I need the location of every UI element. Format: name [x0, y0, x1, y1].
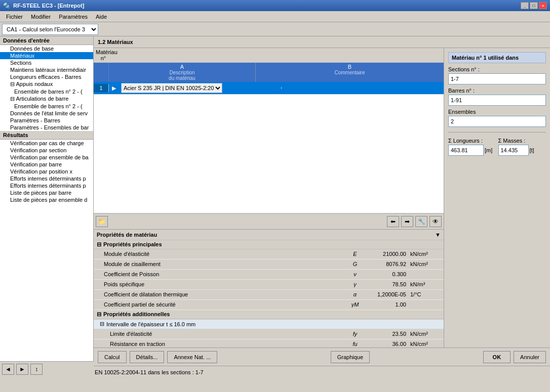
material-select[interactable]: Acier S 235 JR | DIN EN 10025-2:2004-11	[121, 83, 222, 93]
col-b-header: B Commentaire	[256, 63, 444, 82]
menu-bar: Fichier Modifier Paramètres Aide	[0, 11, 550, 22]
content-body: Matériaun° A Description du matériau B	[94, 48, 550, 347]
rp-sections-label: Sections n° :	[448, 66, 546, 84]
nav-back-button[interactable]: ◄	[2, 364, 14, 366]
prop-row-cisaillement: Module de cisaillement G 8076.92 kN/cm²	[94, 259, 444, 270]
graphique-button[interactable]: Graphique	[331, 351, 370, 363]
details-button[interactable]: Détails...	[130, 351, 165, 363]
sidebar-item-longueurs[interactable]: Longueurs efficaces - Barres	[0, 73, 93, 80]
sidebar-item-efforts2[interactable]: Efforts internes déterminants p	[0, 182, 93, 189]
toolbar-row: CA1 - Calcul selon l'Eurocode 3	[0, 22, 550, 36]
sidebar-item-verif-cas[interactable]: Vérification par cas de charge	[0, 140, 93, 147]
ok-button[interactable]: OK	[483, 351, 511, 363]
nav-expand-button[interactable]: ↕	[30, 364, 43, 366]
prop-row-s1-limite: Limite d'élasticité fy 23.50 kN/cm²	[94, 329, 444, 339]
mat-settings-button[interactable]: 🔧	[415, 216, 427, 227]
prop-s1-res-label: Résistance en traction	[94, 340, 347, 347]
rp-masses-input[interactable]	[498, 145, 529, 156]
content-header: 1.2 Matériaux	[94, 36, 550, 48]
left-panel: Données d'entrée Données de base Matéria…	[0, 36, 94, 366]
prop-s1-lim-val: 23.50	[363, 331, 408, 337]
calcul-button[interactable]: Calcul	[98, 351, 127, 363]
prop-s1-lim-label: Limite d'élasticité	[94, 330, 347, 337]
sidebar-item-verif-position[interactable]: Vérification par position x	[0, 168, 93, 175]
col-a-sub1: Description	[110, 70, 254, 75]
sidebar-item-maintiens[interactable]: Maintiens latéraux intermédiair	[0, 66, 93, 73]
prop-sec-label: Coefficient partiel de sécurité	[94, 301, 347, 308]
rp-sigma-row: Σ Longueurs : [m] Σ Masses : [t]	[448, 138, 546, 156]
material-row-1[interactable]: 1 ▶ Acier S 235 JR | DIN EN 10025-2:2004…	[94, 82, 444, 95]
sidebar-item-sections[interactable]: Sections	[0, 59, 93, 66]
sidebar-item-liste-ensembles[interactable]: Liste de pièces par ensemble d	[0, 196, 93, 203]
prop-poids-symbol: γ	[347, 281, 363, 287]
prop-main-section[interactable]: ⊟ Propriétés principales	[94, 240, 444, 249]
prop-row-poisson: Coefficient de Poisson ν 0.300	[94, 270, 444, 280]
sidebar-item-articulations[interactable]: ⊟ Articulations de barre	[0, 95, 93, 103]
mat-add-button[interactable]: 📁	[96, 216, 108, 227]
col-num-header	[94, 63, 109, 82]
menu-parametres[interactable]: Paramètres	[55, 13, 92, 21]
sidebar-item-verif-barre[interactable]: Vérification par barre	[0, 161, 93, 168]
rp-masses-unit: [t]	[530, 147, 534, 153]
expand-icon-appuis: ⊟	[10, 81, 16, 87]
prop-cis-symbol: G	[347, 261, 363, 267]
prop-dil-unit: 1/°C	[408, 291, 444, 297]
maximize-button[interactable]: □	[530, 2, 538, 9]
sidebar-item-param-barres[interactable]: Paramètres - Barres	[0, 117, 93, 124]
sidebar-item-ensemble-appuis[interactable]: Ensemble de barres n° 2 - (	[0, 88, 93, 95]
sidebar-item-efforts1[interactable]: Efforts internes déterminants p	[0, 175, 93, 182]
rp-sections-input[interactable]	[448, 73, 546, 84]
menu-fichier[interactable]: Fichier	[2, 13, 27, 21]
sidebar-item-appuis[interactable]: ⊟ Appuis nodaux	[0, 80, 93, 88]
rp-longueurs-input[interactable]	[448, 145, 484, 156]
prop-row-s1-resist: Résistance en traction fu 36.00 kN/cm²	[94, 339, 444, 348]
tree-donnees-header: Données d'entrée	[0, 36, 93, 45]
sidebar-item-verif-ensemble[interactable]: Vérification par ensemble de ba	[0, 154, 93, 161]
prop-elasticite-unit: kN/cm²	[408, 251, 444, 257]
menu-aide[interactable]: Aide	[92, 13, 111, 21]
sidebar-item-donnees-els[interactable]: Données de l'état limite de serv	[0, 110, 93, 117]
mat-view-button[interactable]: 👁	[429, 216, 442, 227]
annexe-button[interactable]: Annexe Nat. ...	[167, 351, 217, 363]
prop-poids-label: Poids spécifique	[94, 281, 347, 288]
close-button[interactable]: ×	[539, 2, 547, 9]
calc-select[interactable]: CA1 - Calcul selon l'Eurocode 3	[2, 24, 98, 35]
title-bar-left: 🔩 RF-STEEL EC3 - [Entrepot]	[3, 3, 84, 9]
rp-barres-label: Barres n° :	[448, 88, 546, 106]
properties-area: Propriétés de matériau ▼ ⊟ Propriétés pr…	[94, 229, 444, 348]
rp-barres-input[interactable]	[448, 95, 546, 106]
annuler-button[interactable]: Annuler	[514, 351, 546, 363]
col-b-sub: Commentaire	[257, 70, 443, 75]
minimize-button[interactable]: _	[521, 2, 529, 9]
sidebar-item-liste-barres[interactable]: Liste de pièces par barre	[0, 189, 93, 196]
mat-import-button[interactable]: ➡	[401, 216, 413, 227]
sidebar-item-ensemble-artic[interactable]: Ensemble de barres n° 2 - (	[0, 103, 93, 110]
right-panel: Matériau n° 1 utilisé dans Sections n° :…	[444, 48, 550, 347]
prop-row-poids: Poids spécifique γ 78.50 kN/m³	[94, 280, 444, 290]
mat-export-button[interactable]: ⬅	[387, 216, 399, 227]
prop-poisson-label: Coefficient de Poisson	[94, 271, 347, 278]
prop-s1-res-unit: kN/cm²	[408, 341, 444, 347]
rp-ensembles-input[interactable]	[448, 116, 546, 127]
prop-add-section[interactable]: ⊟ Propriétés additionnelles	[94, 310, 444, 319]
collapse-icon-main: ⊟	[97, 241, 101, 248]
menu-modifier[interactable]: Modifier	[27, 13, 55, 21]
prop-cis-label: Module de cisaillement	[94, 260, 347, 268]
col-b-label	[243, 49, 442, 61]
sidebar-item-param-ensembles[interactable]: Paramètres - Ensembles de bar	[0, 124, 93, 131]
subsection-1[interactable]: ⊟ Intervalle de l'épaisseur t ≤ 16.0 mm	[94, 319, 444, 329]
mat-row-comment	[281, 87, 444, 89]
sidebar-item-materiaux[interactable]: Matériaux	[0, 52, 93, 59]
nav-forward-button[interactable]: ►	[16, 364, 28, 366]
action-bar: Calcul Détails... Annexe Nat. ... Graphi…	[94, 347, 550, 366]
col-a-sub2: du matériau	[110, 75, 254, 81]
mat-table-empty	[94, 95, 444, 213]
prop-poids-unit: kN/m³	[408, 281, 444, 287]
prop-s1-res-sym: fu	[347, 341, 363, 347]
tree-resultats-header: Résultats	[0, 131, 93, 140]
mat-toolbar: 📁 ⬅ ➡ 🔧 👁	[94, 213, 444, 229]
prop-sec-value: 1.00	[363, 301, 408, 308]
sidebar-item-verif-section[interactable]: Vérification par section	[0, 147, 93, 154]
sidebar-item-donnees-base[interactable]: Données de base	[0, 45, 93, 52]
title-bar-controls[interactable]: _ □ ×	[521, 2, 547, 9]
